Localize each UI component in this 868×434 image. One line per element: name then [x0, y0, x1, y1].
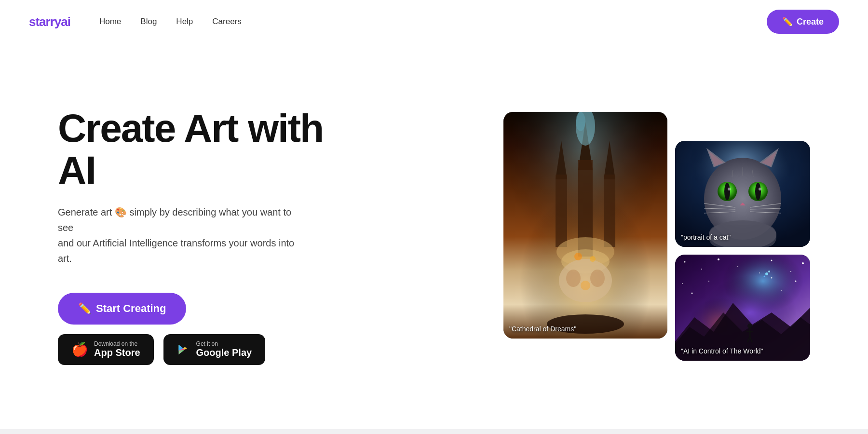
svg-point-55: [802, 262, 804, 264]
footer-bar: [0, 429, 868, 434]
apple-icon: 🍎: [71, 343, 88, 356]
svg-point-12: [576, 112, 585, 131]
app-store-button[interactable]: 🍎 Download on the App Store: [58, 334, 154, 365]
hero-title: Create Art with AI: [58, 108, 357, 190]
create-button-icon: ✏️: [782, 16, 793, 27]
svg-point-64: [759, 272, 760, 273]
nav-link-help[interactable]: Help: [176, 17, 193, 27]
art-col-right: "portrait of a cat": [675, 141, 810, 361]
nav-link-home[interactable]: Home: [99, 17, 121, 27]
svg-point-57: [692, 293, 693, 294]
svg-point-52: [737, 266, 738, 267]
hero-section: Create Art with AI Generate art 🎨 simply…: [0, 43, 868, 429]
svg-point-31: [728, 188, 731, 190]
svg-point-63: [764, 276, 765, 277]
art-gallery: "Cathedral of Dreams": [503, 112, 810, 361]
svg-point-60: [781, 290, 782, 291]
svg-point-58: [708, 281, 709, 282]
start-button-label: Start Creating: [96, 302, 166, 315]
navbar: starryai Home Blog Help Careers ✏️ Creat…: [0, 0, 868, 43]
svg-point-19: [581, 281, 590, 290]
svg-point-59: [795, 281, 797, 282]
art-card-cathedral: "Cathedral of Dreams": [503, 112, 667, 339]
store-buttons: 🍎 Download on the App Store: [58, 334, 357, 365]
hero-subtitle: Generate art 🎨 simply by describing what…: [58, 204, 309, 266]
cathedral-svg: [503, 112, 667, 339]
start-creating-button[interactable]: ✏️ Start Creating: [58, 293, 186, 325]
svg-point-15: [590, 270, 605, 287]
app-store-big-text: App Store: [94, 347, 140, 358]
svg-point-68: [747, 324, 752, 328]
svg-point-17: [574, 253, 582, 260]
svg-point-53: [771, 260, 773, 261]
svg-rect-6: [556, 175, 567, 247]
nav-link-careers[interactable]: Careers: [212, 17, 241, 27]
svg-point-56: [682, 283, 683, 284]
svg-point-65: [771, 277, 773, 279]
cathedral-caption: "Cathedral of Dreams": [509, 325, 576, 333]
create-button-label: Create: [797, 17, 824, 27]
svg-point-29: [724, 183, 730, 200]
space-svg: [675, 255, 810, 361]
hero-left: Create Art with AI Generate art 🎨 simply…: [58, 108, 357, 365]
hero-subtitle-line2: and our Artificial Intelligence transfor…: [58, 238, 294, 264]
logo-text-part1: starry: [29, 14, 61, 29]
svg-point-61: [765, 272, 768, 275]
svg-point-50: [701, 269, 702, 270]
svg-point-14: [566, 270, 581, 287]
start-button-icon: ✏️: [78, 302, 91, 315]
google-play-big-text: Google Play: [196, 347, 252, 358]
google-play-small-text: Get it on: [196, 341, 218, 347]
svg-point-18: [590, 256, 596, 262]
logo: starryai: [29, 14, 70, 29]
svg-point-32: [759, 188, 761, 190]
cat-svg: [675, 141, 810, 247]
app-store-small-text: Download on the: [94, 341, 137, 347]
art-card-space: "AI in Control of The World": [675, 255, 810, 361]
logo-text-part2: ai: [61, 14, 70, 29]
svg-point-54: [790, 271, 791, 272]
cat-caption: "portrait of a cat": [681, 233, 731, 241]
svg-point-49: [684, 261, 686, 263]
nav-link-blog[interactable]: Blog: [140, 17, 157, 27]
create-button[interactable]: ✏️ Create: [767, 10, 839, 34]
space-caption: "AI in Control of The World": [681, 347, 763, 355]
svg-point-62: [768, 271, 770, 272]
google-play-icon: [177, 343, 190, 356]
svg-rect-8: [604, 175, 615, 247]
svg-point-30: [755, 183, 761, 200]
app-store-content: Download on the App Store: [94, 341, 140, 358]
cta-section: ✏️ Start Creating 🍎 Download on the App …: [58, 293, 357, 365]
google-play-content: Get it on Google Play: [196, 341, 252, 358]
art-card-cat: "portrait of a cat": [675, 141, 810, 247]
svg-point-51: [718, 258, 719, 260]
google-play-button[interactable]: Get it on Google Play: [163, 334, 266, 365]
nav-links: Home Blog Help Careers: [99, 17, 767, 27]
hero-subtitle-line1: Generate art 🎨 simply by describing what…: [58, 207, 291, 233]
